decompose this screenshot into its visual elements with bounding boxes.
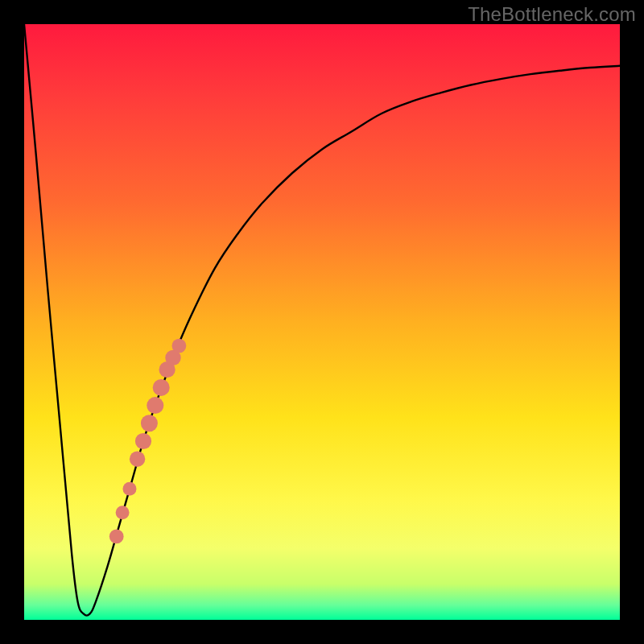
highlight-marker bbox=[135, 433, 151, 449]
highlight-marker bbox=[172, 339, 187, 353]
highlight-marker bbox=[153, 379, 170, 396]
highlight-marker bbox=[141, 415, 158, 431]
watermark-text: TheBottleneck.com bbox=[468, 3, 636, 26]
highlight-marker bbox=[109, 530, 124, 544]
highlight-marker bbox=[123, 482, 137, 496]
highlight-marker bbox=[116, 506, 130, 519]
chart-frame: { "watermark": "TheBottleneck.com", "col… bbox=[0, 0, 644, 644]
bottleneck-chart bbox=[0, 0, 644, 644]
highlight-marker bbox=[147, 397, 163, 414]
highlight-marker bbox=[130, 452, 145, 467]
